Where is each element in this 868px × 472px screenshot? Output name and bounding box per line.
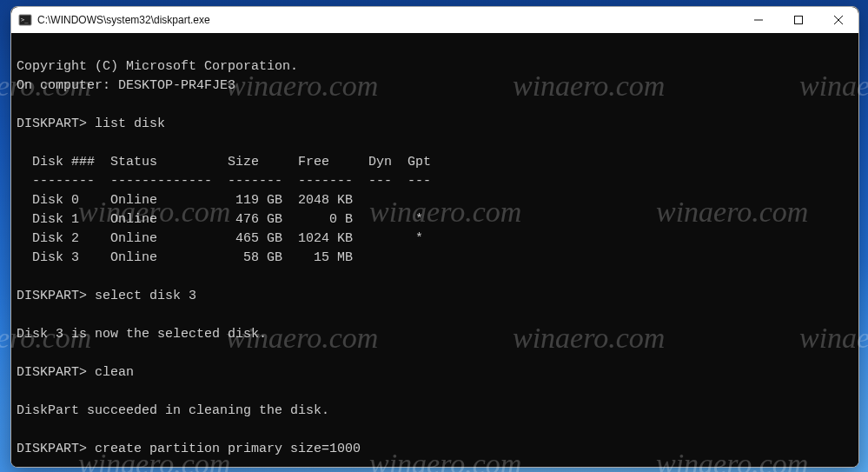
console-output[interactable]: Copyright (C) Microsoft Corporation. On … [11, 33, 858, 467]
titlebar[interactable]: >_ C:\WINDOWS\system32\diskpart.exe [11, 7, 858, 33]
svg-rect-4 [795, 17, 803, 24]
console-window: >_ C:\WINDOWS\system32\diskpart.exe Copy… [10, 6, 859, 468]
close-button[interactable] [818, 7, 858, 33]
window-controls [739, 7, 858, 33]
svg-text:>_: >_ [21, 17, 29, 23]
maximize-button[interactable] [779, 7, 818, 33]
minimize-button[interactable] [739, 7, 779, 33]
app-icon: >_ [18, 13, 32, 27]
window-title: C:\WINDOWS\system32\diskpart.exe [37, 14, 739, 26]
